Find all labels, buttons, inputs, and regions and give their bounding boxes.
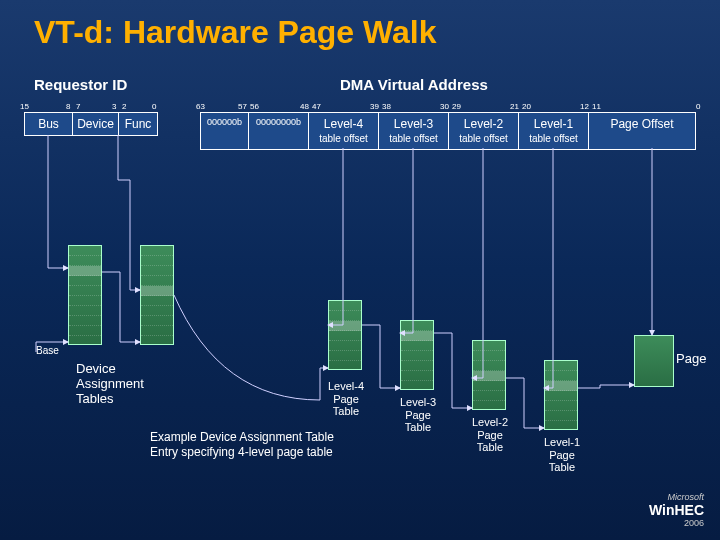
bit-2: 2 xyxy=(122,102,126,111)
bit-29: 29 xyxy=(452,102,461,111)
level2-line1: Level-2 xyxy=(464,117,503,131)
level2-page-table xyxy=(472,340,506,410)
bit-0a: 0 xyxy=(152,102,156,111)
page-frame xyxy=(634,335,674,387)
field-device: Device xyxy=(73,113,119,135)
field-zero1: 000000b xyxy=(201,113,249,149)
bit-7: 7 xyxy=(76,102,80,111)
device-assignment-tables-label: Device Assignment Tables xyxy=(76,362,176,407)
bit-48: 48 xyxy=(300,102,309,111)
footer-year: 2006 xyxy=(649,518,704,528)
base-label: Base xyxy=(36,345,59,356)
bit-8: 8 xyxy=(66,102,70,111)
level1-line2: table offset xyxy=(529,133,578,144)
field-zero2: 00000000b xyxy=(249,113,309,149)
page-label: Page xyxy=(676,352,706,367)
dma-virtual-address-label: DMA Virtual Address xyxy=(340,76,488,93)
footer-ms: Microsoft xyxy=(649,492,704,502)
level1-page-table-label: Level-1 Page Table xyxy=(536,436,588,474)
level2-page-table-label: Level-2 Page Table xyxy=(464,416,516,454)
dma-address-fields: 000000b 00000000b Level-4 table offset L… xyxy=(200,112,696,150)
bit-21: 21 xyxy=(510,102,519,111)
level1-page-table xyxy=(544,360,578,430)
bit-57: 57 xyxy=(238,102,247,111)
example-caption: Example Device Assignment Table Entry sp… xyxy=(150,430,360,460)
field-level1: Level-1 table offset xyxy=(519,113,589,149)
bit-39: 39 xyxy=(370,102,379,111)
field-level4: Level-4 table offset xyxy=(309,113,379,149)
device-assignment-table-devfn xyxy=(140,245,174,345)
bit-47: 47 xyxy=(312,102,321,111)
level4-page-table-label: Level-4 Page Table xyxy=(320,380,372,418)
level3-line2: table offset xyxy=(389,133,438,144)
bit-3: 3 xyxy=(112,102,116,111)
bit-38: 38 xyxy=(382,102,391,111)
level1-line1: Level-1 xyxy=(534,117,573,131)
level4-line2: table offset xyxy=(319,133,368,144)
bit-20: 20 xyxy=(522,102,531,111)
field-func: Func xyxy=(119,113,157,135)
level4-line1: Level-4 xyxy=(324,117,363,131)
bit-63: 63 xyxy=(196,102,205,111)
bit-56: 56 xyxy=(250,102,259,111)
page-title: VT-d: Hardware Page Walk xyxy=(0,0,720,51)
footer-logo: Microsoft WinHEC 2006 xyxy=(649,492,704,528)
level3-line1: Level-3 xyxy=(394,117,433,131)
requestor-id-label: Requestor ID xyxy=(34,76,127,93)
level2-line2: table offset xyxy=(459,133,508,144)
field-page-offset: Page Offset xyxy=(589,113,695,149)
level3-page-table-label: Level-3 Page Table xyxy=(392,396,444,434)
field-level2: Level-2 table offset xyxy=(449,113,519,149)
requestor-id-fields: Bus Device Func xyxy=(24,112,158,136)
bit-30: 30 xyxy=(440,102,449,111)
device-assignment-table-bus xyxy=(68,245,102,345)
field-bus: Bus xyxy=(25,113,73,135)
bit-0b: 0 xyxy=(696,102,700,111)
bit-15: 15 xyxy=(20,102,29,111)
footer-event: WinHEC xyxy=(649,502,704,518)
level3-page-table xyxy=(400,320,434,390)
bit-12: 12 xyxy=(580,102,589,111)
bit-11: 11 xyxy=(592,102,601,111)
field-level3: Level-3 table offset xyxy=(379,113,449,149)
level4-page-table xyxy=(328,300,362,370)
